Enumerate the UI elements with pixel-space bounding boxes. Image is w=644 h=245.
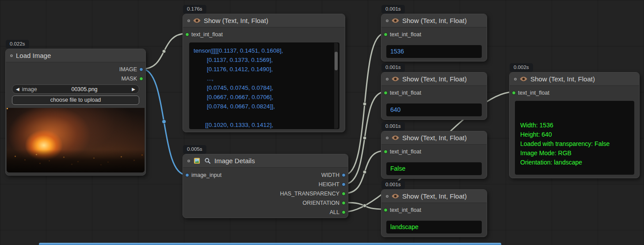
output-slot-image[interactable]: IMAGE (6, 65, 145, 74)
input-slot-text-int-float[interactable]: text_int_float (381, 30, 487, 39)
output-slot-label: IMAGE (119, 66, 137, 73)
node-show-orientation[interactable]: 0.001s Show (Text, Int, Float) text_int_… (381, 189, 487, 237)
input-slot-text-int-float[interactable]: text_int_float (381, 147, 487, 156)
value-textarea[interactable]: Width: 1536 Height: 640 Loaded with tran… (515, 101, 634, 175)
node-title-bar[interactable]: Show (Text, Int, Float) (381, 73, 487, 86)
image-preview (7, 108, 145, 172)
input-slot-label: text_int_float (191, 31, 223, 38)
node-title: Show (Text, Int, Float) (402, 75, 467, 83)
output-dot-width[interactable] (342, 173, 346, 177)
node-title-bar[interactable]: Show (Text, Int, Float) (183, 14, 345, 27)
node-title-bar[interactable]: Load Image (6, 49, 145, 62)
eye-icon (520, 76, 527, 82)
node-title: Show (Text, Int, Float) (402, 192, 467, 200)
collapse-dot[interactable] (187, 160, 190, 162)
magnifier-icon (204, 157, 211, 164)
scrollbar-thumb[interactable] (335, 52, 338, 70)
input-slot-label: text_int_float (390, 149, 421, 155)
input-slot-label: text_int_float (390, 207, 421, 213)
input-slot-text-int-float[interactable]: text_int_float (381, 88, 487, 97)
execution-time-badge: 0.001s (381, 180, 405, 189)
collapse-dot[interactable] (386, 195, 389, 198)
value-textarea[interactable]: 1536 (386, 45, 482, 58)
combo-name: image (22, 86, 37, 92)
scrollbar[interactable] (334, 43, 338, 129)
execution-time-badge: 0.001s (381, 122, 405, 131)
image-combo-widget[interactable]: ◀ image 00305.png ▶ (12, 84, 139, 94)
input-dot[interactable] (384, 91, 388, 95)
node-title-bar[interactable]: Show (Text, Int, Float) (381, 131, 487, 145)
link-midpoint-dot (363, 102, 366, 106)
output-slot-all[interactable]: ALL (183, 207, 348, 217)
eye-icon (392, 17, 399, 24)
output-slot-has-transparency[interactable]: HAS_TRANSPARENCY (183, 189, 348, 198)
input-dot[interactable] (384, 208, 388, 212)
eye-icon (392, 193, 399, 199)
output-slot-orientation[interactable]: ORIENTATION (183, 198, 348, 207)
output-dot-image[interactable] (139, 67, 143, 71)
input-slot-text-int-float[interactable]: text_int_float (381, 205, 487, 214)
node-image-details[interactable]: 0.005s Image Details WIDTH HEIGHT HAS_TR… (183, 154, 348, 218)
output-dot-height[interactable] (342, 182, 346, 186)
node-show-all[interactable]: 0.002s Show (Text, Int, Float) text_int_… (509, 72, 640, 178)
node-title-bar[interactable]: Image Details (183, 154, 348, 168)
input-slot-image-input[interactable]: image_input (183, 170, 263, 180)
eye-icon (392, 76, 399, 82)
value-textarea[interactable]: 640 (386, 103, 482, 116)
output-slot-height[interactable]: HEIGHT (183, 180, 348, 189)
input-dot[interactable] (185, 173, 189, 177)
node-show-width[interactable]: 0.001s Show (Text, Int, Float) text_int_… (381, 14, 487, 61)
combo-value: 00305.png (40, 86, 130, 92)
node-title: Show (Text, Int, Float) (204, 17, 268, 24)
input-slot-label: text_int_float (518, 90, 549, 96)
input-slot-label: image_input (191, 172, 221, 178)
input-slot-text-int-float[interactable]: text_int_float (510, 88, 639, 97)
eye-icon (392, 134, 399, 141)
combo-next-icon[interactable]: ▶ (132, 87, 135, 92)
node-title-bar[interactable]: Show (Text, Int, Float) (381, 190, 487, 203)
choose-file-button[interactable]: choose file to upload (12, 96, 139, 105)
input-slot-label: text_int_float (390, 31, 421, 38)
combo-prev-icon[interactable]: ◀ (16, 87, 19, 92)
input-dot[interactable] (384, 32, 388, 36)
execution-time-badge: 0.176s (183, 5, 206, 14)
output-dot-has-transparency[interactable] (342, 191, 346, 195)
output-slot-label: HEIGHT (319, 181, 339, 188)
input-slot-text-int-float[interactable]: text_int_float (183, 30, 345, 39)
tensor-value-textarea[interactable]: tensor([[[[0.1137, 0.1451, 0.1608], [0.1… (189, 42, 339, 129)
picture-icon (193, 157, 201, 164)
execution-time-badge: 0.005s (183, 145, 206, 154)
output-slot-label: WIDTH (321, 172, 339, 178)
link-midpoint-dot (363, 136, 366, 140)
output-slot-label: ORIENTATION (302, 200, 339, 206)
output-slot-mask[interactable]: MASK (6, 74, 145, 83)
collapse-dot[interactable] (386, 19, 389, 22)
node-title: Show (Text, Int, Float) (530, 75, 595, 83)
value-textarea[interactable]: landscape (386, 221, 482, 234)
value-textarea[interactable]: False (386, 162, 482, 175)
output-slot-label: HAS_TRANSPARENCY (280, 191, 339, 197)
collapse-dot[interactable] (10, 54, 13, 57)
collapse-dot[interactable] (386, 78, 389, 80)
input-dot[interactable] (512, 91, 516, 95)
execution-time-badge: 0.001s (381, 5, 405, 14)
input-dot[interactable] (384, 149, 388, 153)
link-midpoint-dot (363, 170, 366, 174)
collapse-dot[interactable] (386, 137, 389, 139)
output-slot-label: ALL (330, 209, 339, 215)
node-title-bar[interactable]: Show (Text, Int, Float) (381, 14, 487, 27)
link-midpoint-dot (162, 120, 166, 124)
output-dot-mask[interactable] (139, 77, 143, 80)
output-dot-orientation[interactable] (342, 201, 346, 205)
node-show-tensor[interactable]: 0.176s Show (Text, Int, Float) text_int_… (183, 14, 345, 132)
node-load-image[interactable]: 0.022s Load Image IMAGE MASK ◀ image 003… (5, 49, 146, 176)
output-dot-all[interactable] (342, 210, 346, 214)
node-title: Show (Text, Int, Float) (402, 134, 467, 142)
input-dot[interactable] (185, 32, 189, 36)
collapse-dot[interactable] (514, 78, 517, 80)
collapse-dot[interactable] (187, 19, 190, 22)
node-show-height[interactable]: 0.001s Show (Text, Int, Float) text_int_… (381, 72, 487, 120)
node-show-transparency[interactable]: 0.001s Show (Text, Int, Float) text_int_… (381, 131, 487, 179)
node-title-bar[interactable]: Show (Text, Int, Float) (510, 73, 639, 86)
partially-visible-node-edge (39, 243, 501, 245)
